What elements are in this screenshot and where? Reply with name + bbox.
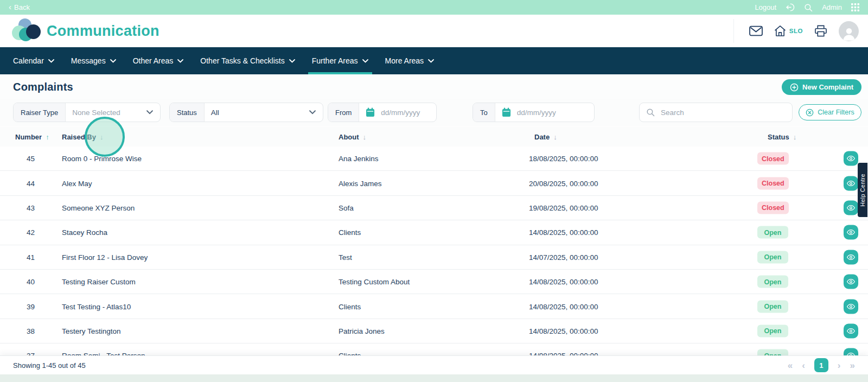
- home-slo-button[interactable]: SLO: [774, 26, 803, 36]
- nav-item-further-areas[interactable]: Further Areas: [312, 47, 368, 74]
- view-complaint-button[interactable]: [844, 176, 858, 190]
- cell-number: 43: [22, 203, 35, 212]
- column-header-status[interactable]: Status ↓: [768, 127, 796, 147]
- date-to-input[interactable]: [516, 108, 588, 117]
- eye-icon: [847, 327, 855, 334]
- cell-about: Testing Custom About: [339, 278, 410, 286]
- page-title-bar: Complaints New Complaint: [0, 74, 868, 99]
- search-input[interactable]: [660, 108, 786, 117]
- last-page-button[interactable]: »: [850, 361, 855, 370]
- nav-item-calendar[interactable]: Calendar: [13, 47, 54, 74]
- new-complaint-button[interactable]: New Complaint: [782, 79, 861, 95]
- cell-date: 14/08/2025, 00:00:00: [529, 302, 598, 310]
- cell-raised-by: First Floor 12 - Lisa Dovey: [62, 253, 148, 261]
- cell-date: 19/08/2025, 00:00:00: [529, 203, 598, 212]
- search-icon[interactable]: [804, 3, 813, 12]
- logout-button[interactable]: Logout: [755, 3, 776, 11]
- cell-date: 14/08/2025, 00:00:00: [529, 278, 598, 286]
- table-row: 42 Stacey Rocha Clients 14/08/2025, 00:0…: [0, 220, 868, 245]
- cell-about: Ana Jenkins: [339, 155, 379, 163]
- pagination: « ‹ 1 › »: [788, 358, 855, 372]
- view-complaint-button[interactable]: [844, 275, 858, 289]
- status-filter[interactable]: Status All: [169, 103, 323, 122]
- apps-grid-icon[interactable]: [851, 3, 859, 11]
- view-complaint-button[interactable]: [844, 250, 858, 264]
- chevron-down-icon: [110, 59, 116, 63]
- date-from-label: From: [328, 103, 359, 122]
- sort-arrow-icon: ↓: [363, 133, 367, 141]
- cell-about: Clients: [339, 228, 361, 237]
- cell-number: 42: [22, 228, 35, 237]
- nav-item-more-areas[interactable]: More Areas: [385, 47, 435, 74]
- user-avatar[interactable]: [839, 21, 859, 41]
- status-badge: Open: [757, 226, 788, 239]
- main-nav: Calendar Messages Other Areas Other Task…: [0, 47, 868, 74]
- column-header-date[interactable]: Date ↓: [534, 127, 557, 147]
- nav-item-other-tasks-checklists[interactable]: Other Tasks & Checklists: [200, 47, 295, 74]
- table-header: Number ↑ Raised By ↓ About ↓ Date ↓ Stat…: [0, 127, 868, 147]
- status-badge: Open: [757, 324, 788, 337]
- table-row: 43 Someone XYZ Person Sofa 19/08/2025, 0…: [0, 196, 868, 220]
- first-page-button[interactable]: «: [788, 361, 793, 370]
- cell-number: 39: [22, 302, 35, 310]
- next-page-button[interactable]: ›: [838, 361, 841, 370]
- cell-raised-by: Someone XYZ Person: [62, 203, 135, 212]
- nav-item-messages[interactable]: Messages: [71, 47, 116, 74]
- cell-raised-by: Testing Raiser Custom: [62, 278, 136, 286]
- cell-about: Alexis James: [339, 179, 382, 187]
- view-complaint-button[interactable]: [844, 200, 858, 215]
- cell-date: 14/08/2025, 00:00:00: [529, 327, 598, 335]
- back-label: Back: [14, 3, 30, 11]
- chevron-down-icon: [309, 110, 316, 114]
- nav-item-other-areas[interactable]: Other Areas: [133, 47, 184, 74]
- chevron-down-icon: [48, 59, 54, 63]
- view-complaint-button[interactable]: [844, 299, 858, 314]
- raiser-type-label: Raiser Type: [14, 103, 66, 122]
- app-title: Communication: [47, 23, 159, 40]
- bottom-strip: [0, 374, 868, 382]
- raiser-type-filter[interactable]: Raiser Type None Selected: [13, 103, 161, 122]
- eye-icon: [847, 155, 855, 162]
- status-filter-value: All: [211, 109, 219, 117]
- app-header: Communication SLO: [0, 15, 868, 47]
- raiser-type-value: None Selected: [72, 109, 120, 117]
- column-header-about[interactable]: About ↓: [339, 127, 366, 147]
- eye-icon: [847, 278, 855, 285]
- showing-count: Showing 1-45 out of 45: [13, 361, 86, 370]
- cell-number: 38: [22, 327, 35, 335]
- help-centre-tab[interactable]: Help Centre: [858, 163, 867, 217]
- table-row: 44 Alex May Alexis James 20/08/2025, 00:…: [0, 171, 868, 195]
- view-complaint-button[interactable]: [844, 151, 858, 166]
- logout-icon[interactable]: [786, 3, 795, 12]
- admin-menu[interactable]: Admin: [822, 3, 842, 11]
- app-logo: [12, 18, 41, 43]
- date-from-input[interactable]: [380, 108, 430, 117]
- cell-raised-by: Testery Testington: [62, 327, 121, 335]
- eye-icon: [847, 229, 855, 236]
- sort-arrow-icon: ↑: [46, 133, 49, 141]
- cell-about: Clients: [339, 302, 361, 310]
- clear-filters-button[interactable]: Clear Filters: [799, 104, 861, 120]
- cell-date: 20/08/2025, 00:00:00: [529, 179, 598, 187]
- print-icon[interactable]: [814, 25, 827, 37]
- cell-date: 14/08/2025, 00:00:00: [529, 228, 598, 237]
- sort-arrow-icon: ↓: [553, 133, 557, 141]
- top-system-bar: ‹ Back Logout Admin: [0, 0, 868, 15]
- current-page-button[interactable]: 1: [814, 358, 828, 372]
- sort-arrow-icon: ↓: [793, 133, 797, 141]
- column-header-raised-by[interactable]: Raised By ↓: [62, 127, 103, 147]
- chevron-down-icon: [177, 59, 183, 63]
- cell-date: 14/07/2025, 00:00:00: [529, 253, 598, 261]
- mail-icon[interactable]: [749, 26, 763, 36]
- column-header-number[interactable]: Number ↑: [15, 127, 49, 147]
- view-complaint-button[interactable]: [844, 323, 858, 338]
- table-footer: Showing 1-45 out of 45 « ‹ 1 › »: [0, 355, 868, 374]
- back-chevron-icon: ‹: [9, 3, 11, 11]
- view-complaint-button[interactable]: [844, 225, 858, 240]
- prev-page-button[interactable]: ‹: [802, 361, 805, 370]
- cell-number: 41: [22, 253, 35, 261]
- eye-icon: [847, 180, 855, 187]
- back-button[interactable]: ‹ Back: [9, 3, 30, 11]
- status-badge: Closed: [757, 201, 789, 214]
- table-row: 38 Testery Testington Patricia Jones 14/…: [0, 319, 868, 343]
